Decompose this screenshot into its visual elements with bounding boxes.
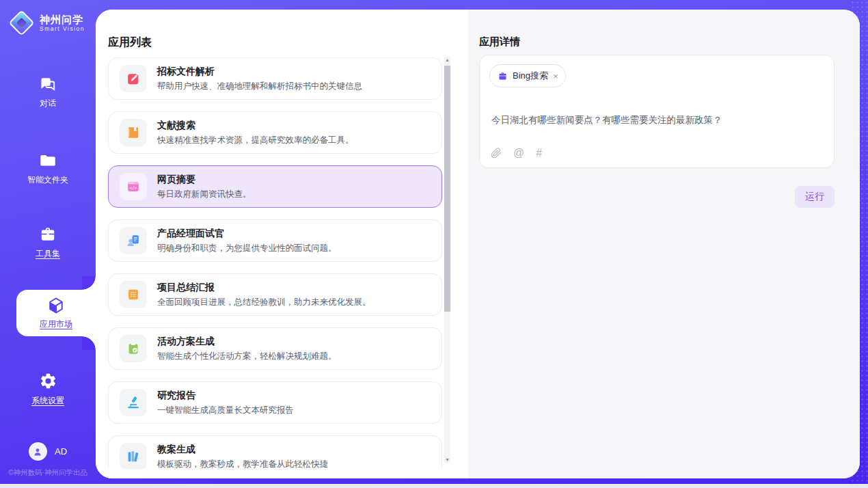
app-card-title: 产品经理面试官	[157, 228, 337, 240]
run-row: 运行	[479, 186, 835, 208]
sidebar-item-settings[interactable]: 系统设置	[0, 372, 96, 407]
briefcase-icon	[498, 71, 508, 81]
app-list-title: 应用列表	[108, 36, 152, 50]
app-card-title: 文献搜索	[157, 120, 354, 132]
app-card-bid-document-parse[interactable]: 招标文件解析 帮助用户快速、准确地理解和解析招标书中的关键信息	[108, 57, 442, 100]
webpage-code-icon: </>	[120, 173, 147, 200]
app-card-desc: 快速精准查找学术资源，提高研究效率的必备工具。	[157, 135, 354, 146]
app-card-project-summary[interactable]: 项目总结汇报 全面回顾项目进展，总结经验教训，助力未来优化发展。	[108, 273, 442, 316]
app-list-panel: 应用列表 招标文件解析 帮助用户快速、准确地理解和解析招标书中的关键信息	[96, 10, 468, 478]
sidebar-item-chat[interactable]: 对话	[0, 75, 96, 109]
sidebar: 神州问学 Smart Vision 对话 智能文件夹 工具集	[0, 0, 96, 484]
active-tab-bottom-curve	[82, 336, 96, 350]
user-initials: AD	[55, 446, 67, 457]
app-detail-title: 应用详情	[479, 36, 520, 49]
app-card-desc: 每日政府新闻资讯快查。	[157, 189, 252, 200]
edit-document-icon	[120, 65, 147, 92]
app-card-event-plan[interactable]: 活动方案生成 智能生成个性化活动方案，轻松解决规划难题。	[108, 327, 442, 370]
mention-icon[interactable]: @	[513, 148, 524, 159]
chat-icon	[39, 75, 57, 93]
brand-name: 神州问学	[40, 14, 85, 25]
book-icon	[120, 119, 147, 146]
sidebar-item-smart-folder[interactable]: 智能文件夹	[0, 152, 96, 186]
prompt-input-card[interactable]: Bing搜索 × 今日湖北有哪些新闻要点？有哪些需要关注的最新政策？ @ #	[479, 55, 835, 168]
tool-chip-label: Bing搜索	[513, 70, 548, 82]
app-card-literature-search[interactable]: 文献搜索 快速精准查找学术资源，提高研究效率的必备工具。	[108, 111, 442, 154]
app-card-title: 教案生成	[157, 444, 328, 456]
app-card-title: 项目总结汇报	[157, 282, 371, 294]
app-card-title: 招标文件解析	[157, 66, 362, 78]
brand-diamond-icon	[8, 10, 34, 36]
brand-tagline: Smart Vision	[40, 25, 85, 32]
app-card-desc: 一键智能生成高质量长文本研究报告	[157, 405, 294, 416]
app-card-research-report[interactable]: 研究报告 一键智能生成高质量长文本研究报告	[108, 381, 442, 424]
active-tab-top-curve	[82, 276, 96, 290]
app-frame: 神州问学 Smart Vision 对话 智能文件夹 工具集	[0, 0, 868, 484]
cube-icon	[46, 296, 66, 315]
microscope-icon	[120, 389, 147, 416]
app-card-desc: 全面回顾项目进展，总结经验教训，助力未来优化发展。	[157, 297, 371, 308]
app-card-webpage-summary[interactable]: </> 网页摘要 每日政府新闻资讯快查。	[108, 165, 442, 208]
prompt-text[interactable]: 今日湖北有哪些新闻要点？有哪些需要关注的最新政策？	[491, 114, 823, 126]
app-card-title: 网页摘要	[157, 174, 252, 186]
app-card-title: 活动方案生成	[157, 336, 337, 348]
sidebar-item-label: 系统设置	[0, 395, 96, 407]
sidebar-item-label: 应用市场	[16, 318, 96, 330]
app-detail-panel: 应用详情 Bing搜索 × 今日湖北有哪些新闻要点？有哪些需要关注的最新政策？ …	[468, 10, 860, 478]
sidebar-item-label: 对话	[0, 98, 96, 109]
app-list: 招标文件解析 帮助用户快速、准确地理解和解析招标书中的关键信息 文献搜索	[108, 57, 442, 469]
user-account[interactable]: AD	[0, 442, 96, 461]
hash-icon[interactable]: #	[536, 148, 542, 159]
app-card-title: 研究报告	[157, 390, 294, 402]
books-icon	[120, 443, 147, 469]
copyright-text: ©神州数码·神州问学出品	[0, 468, 96, 478]
run-button[interactable]: 运行	[795, 186, 835, 208]
avatar	[29, 442, 47, 461]
gear-icon	[39, 372, 57, 390]
toolbox-icon	[39, 226, 57, 243]
app-card-desc: 帮助用户快速、准确地理解和解析招标书中的关键信息	[157, 81, 362, 92]
app-list-scrollbar[interactable]: ▲ ▼	[444, 57, 450, 463]
scrollbar-down-arrow-icon[interactable]: ▼	[444, 457, 450, 462]
svg-text:</>: </>	[130, 185, 137, 190]
report-note-icon	[120, 281, 147, 308]
sidebar-item-label: 工具集	[0, 248, 96, 260]
app-card-lesson-plan[interactable]: 教案生成 模板驱动，教案秒成，教学准备从此轻松快捷	[108, 435, 442, 469]
chip-close-icon[interactable]: ×	[553, 72, 558, 81]
app-card-desc: 智能生成个性化活动方案，轻松解决规划难题。	[157, 351, 337, 362]
interviewer-icon	[120, 227, 147, 254]
main-panel: 应用列表 招标文件解析 帮助用户快速、准确地理解和解析招标书中的关键信息	[96, 10, 860, 478]
folder-icon	[39, 152, 57, 170]
clipboard-check-icon	[120, 335, 147, 362]
attachment-icon[interactable]	[491, 148, 502, 159]
person-icon	[32, 446, 43, 457]
tool-chip-bing-search[interactable]: Bing搜索 ×	[489, 64, 566, 87]
scrollbar-thumb[interactable]	[444, 66, 450, 312]
sidebar-item-toolset[interactable]: 工具集	[0, 226, 96, 260]
sidebar-item-label: 智能文件夹	[0, 174, 96, 186]
scrollbar-up-arrow-icon[interactable]: ▲	[444, 57, 450, 62]
app-card-pm-interviewer[interactable]: 产品经理面试官 明确身份和职责，为您提供专业性的面试问题。	[108, 219, 442, 262]
app-card-desc: 明确身份和职责，为您提供专业性的面试问题。	[157, 243, 337, 254]
sidebar-item-app-market[interactable]: 应用市场	[16, 290, 96, 336]
brand-logo: 神州问学 Smart Vision	[10, 11, 85, 35]
app-card-desc: 模板驱动，教案秒成，教学准备从此轻松快捷	[157, 459, 328, 470]
prompt-toolbar: @ #	[491, 148, 542, 159]
